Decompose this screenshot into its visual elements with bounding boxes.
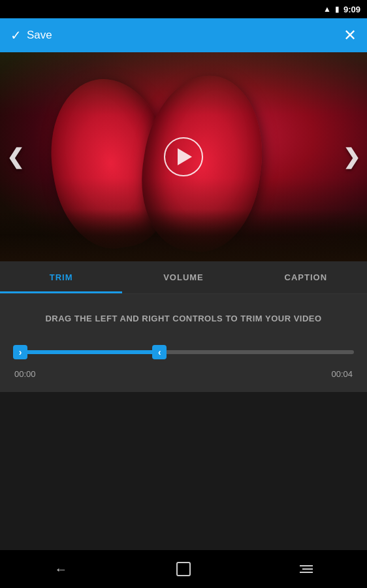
recents-icon xyxy=(300,565,313,573)
battery-icon: ▮ xyxy=(335,5,340,14)
trim-handle-left[interactable]: › xyxy=(13,345,27,359)
close-button[interactable]: ✕ xyxy=(343,26,357,44)
trim-track xyxy=(13,350,354,354)
status-time: 9:09 xyxy=(343,5,360,14)
recents-nav-button[interactable] xyxy=(300,565,313,573)
trim-handle-right[interactable]: ‹ xyxy=(152,345,167,359)
save-button[interactable]: ✓ Save xyxy=(10,27,52,43)
trim-instruction: DRAG THE LEFT AND RIGHT CONTROLS TO TRIM… xyxy=(13,314,354,323)
top-bar: ✓ Save ✕ xyxy=(0,18,367,52)
home-icon xyxy=(176,562,191,576)
back-icon: ← xyxy=(54,562,67,577)
trim-slider[interactable]: › ‹ xyxy=(13,342,354,363)
prev-button[interactable]: ❮ xyxy=(7,144,24,169)
trim-end-time: 00:04 xyxy=(331,369,353,379)
back-nav-button[interactable]: ← xyxy=(54,562,67,577)
content-area: DRAG THE LEFT AND RIGHT CONTROLS TO TRIM… xyxy=(0,294,367,392)
checkmark-icon: ✓ xyxy=(10,27,22,43)
tab-caption[interactable]: CAPTION xyxy=(245,261,367,293)
bottom-nav-bar: ← xyxy=(0,550,367,588)
next-button[interactable]: ❯ xyxy=(343,144,360,169)
tab-trim[interactable]: TRIM xyxy=(0,261,122,293)
play-icon xyxy=(178,148,192,165)
trim-fill xyxy=(13,350,159,354)
wifi-icon: ▲ xyxy=(323,5,331,14)
home-nav-button[interactable] xyxy=(176,562,191,576)
right-arrow-icon: ‹ xyxy=(158,348,161,357)
video-ground-overlay xyxy=(0,209,367,261)
trim-start-time: 00:00 xyxy=(14,369,36,379)
tab-volume[interactable]: VOLUME xyxy=(122,261,244,293)
save-label: Save xyxy=(27,29,52,42)
video-area: ❮ ❯ xyxy=(0,52,367,261)
status-bar: ▲ ▮ 9:09 xyxy=(0,0,367,18)
trim-times: 00:00 00:04 xyxy=(13,369,354,379)
play-button[interactable] xyxy=(164,137,203,176)
tabs: TRIM VOLUME CAPTION xyxy=(0,261,367,294)
left-arrow-icon: › xyxy=(19,348,22,357)
